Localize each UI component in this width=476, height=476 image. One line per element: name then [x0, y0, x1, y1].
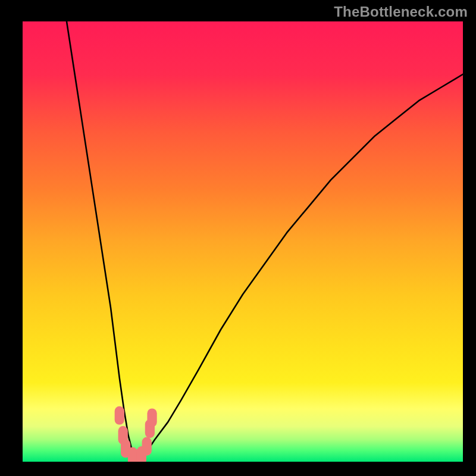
outer-frame: TheBottleneck.com [0, 0, 476, 476]
curve-marker [115, 406, 124, 425]
curve-marker [147, 408, 156, 427]
plot-area [23, 21, 463, 462]
curve-marker [142, 437, 152, 456]
watermark-text: TheBottleneck.com [334, 4, 468, 20]
curve-marker [128, 447, 137, 462]
bottleneck-curve [23, 21, 463, 462]
